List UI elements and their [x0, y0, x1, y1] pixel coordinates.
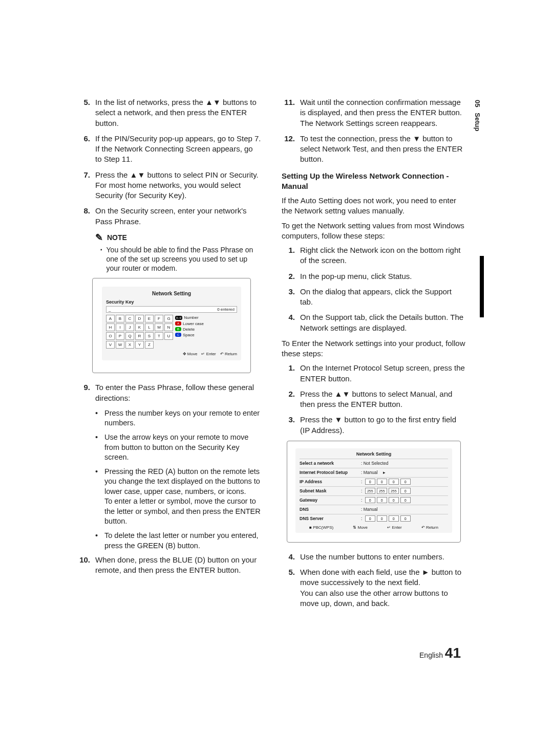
step-8: 8. On the Security screen, enter your ne… [77, 206, 261, 227]
key-k[interactable]: K [135, 323, 144, 331]
return-icon: ↶ [220, 352, 224, 356]
bullet-icon: • [95, 467, 100, 527]
row-dns-server[interactable]: DNS Server : 0 0 0 0 [300, 514, 448, 523]
row-ip-address[interactable]: IP Address : 0 0 0 0 [300, 477, 448, 486]
step-10: 10. When done, press the BLUE (D) button… [77, 555, 261, 576]
key-f[interactable]: F [155, 315, 163, 322]
key-h[interactable]: H [106, 323, 115, 331]
move-icon: ✥ [183, 352, 186, 356]
key-a[interactable]: A [106, 315, 115, 322]
key-e[interactable]: E [145, 315, 154, 322]
fig2-footer: ■ PBC(WPS) ⇅ Move ↵ Enter ↶ Return [300, 525, 448, 530]
step-9: 9. To enter the Pass Phrase, follow thes… [77, 382, 261, 403]
updown-icon: ⇅ [353, 525, 356, 530]
enter-step-3: 3.Press the ▼ button to go to the first … [282, 415, 466, 436]
manual-p1: If the Auto Setting does not work, you n… [282, 196, 466, 217]
step-12: 12. To test the connection, press the ▼ … [282, 134, 466, 165]
chapter-name: Setup [474, 113, 481, 131]
kb-row-4: V W X Y Z [106, 341, 173, 349]
chapter-number: 05 [474, 100, 481, 107]
key-v[interactable]: V [106, 341, 115, 349]
step-9-bullets: •Press the number keys on your remote to… [95, 408, 261, 551]
row-gateway[interactable]: Gateway : 0 0 0 0 [300, 495, 448, 505]
green-b-icon: B [175, 327, 181, 331]
key-j[interactable]: J [125, 323, 134, 331]
key-d[interactable]: D [135, 315, 144, 322]
side-black-bar [480, 256, 484, 317]
step-6: 6. If the PIN/Security pop-up appears, g… [77, 134, 261, 165]
network-setting-screen: Network Setting Select a network : Not S… [287, 441, 461, 543]
key-z[interactable]: Z [145, 341, 154, 349]
page-lang: English [419, 651, 443, 659]
manual-heading: Setting Up the Wireless Network Connecti… [282, 171, 466, 192]
bullet-icon: • [95, 408, 100, 428]
page-footer: English 41 [419, 645, 461, 661]
bullet-icon: • [95, 531, 100, 551]
fig1-footer: ✥ Move ↵ Enter ↶ Return [106, 352, 237, 356]
kb-row-1: A B C D E F G [106, 315, 173, 322]
row-ip-setup[interactable]: Internet Protocol Setup : Manual ▸ [300, 468, 448, 477]
key-o[interactable]: O [106, 332, 115, 340]
enter-step-4: 4.Use the number buttons to enter number… [282, 552, 466, 562]
key-b[interactable]: B [116, 315, 124, 322]
fig1-keylabel: Security Key [106, 299, 237, 305]
left-column: 5. In the list of networks, press the ▲▼… [77, 97, 261, 614]
key-p[interactable]: P [116, 332, 124, 340]
row-dns[interactable]: DNS : Manual [300, 505, 448, 514]
kb-row-2: H I J K L M N [106, 323, 173, 331]
key-u[interactable]: U [164, 332, 173, 340]
key-q[interactable]: Q [125, 332, 134, 340]
note-label: NOTE [107, 233, 127, 242]
right-column: 11. Wait until the connection confirmati… [282, 97, 466, 614]
number-pill-icon: 0~9 [175, 316, 182, 320]
chapter-side-tab: 05 Setup [474, 100, 481, 131]
manual-p3: To Enter the Network settings into your … [282, 338, 466, 359]
bullet-icon: • [95, 433, 100, 463]
enter-icon: ↵ [387, 525, 391, 530]
key-g[interactable]: G [164, 315, 173, 322]
red-a-icon: A [175, 321, 181, 326]
key-i[interactable]: I [116, 323, 124, 331]
return-icon: ↶ [421, 525, 425, 530]
enter-step-5: 5.When done with each field, use the ► b… [282, 567, 466, 609]
onscreen-keyboard: A B C D E F G H I J K [106, 315, 173, 349]
key-t[interactable]: T [155, 332, 163, 340]
step-5: 5. In the list of networks, press the ▲▼… [77, 97, 261, 128]
enter-icon: ↵ [201, 352, 205, 356]
key-c[interactable]: C [125, 315, 134, 322]
security-key-input[interactable]: _ 0 entered [106, 306, 237, 313]
manual-p2: To get the Network setting values from m… [282, 221, 466, 242]
row-select-network[interactable]: Select a network : Not Selected [300, 459, 448, 468]
step-7: 7. Press the ▲▼ buttons to select PIN or… [77, 170, 261, 201]
move-hint: ✥ Move [183, 352, 198, 356]
win-step-2: 2.In the pop-up menu, click Status. [282, 271, 466, 282]
win-step-4: 4.On the Support tab, click the Details … [282, 312, 466, 333]
key-y[interactable]: Y [135, 341, 144, 349]
fig2-title: Network Setting [300, 451, 448, 457]
key-s[interactable]: S [145, 332, 154, 340]
key-x[interactable]: X [125, 341, 134, 349]
key-m[interactable]: M [155, 323, 163, 331]
square-icon: ■ [309, 525, 312, 530]
page-content: 5. In the list of networks, press the ▲▼… [77, 97, 466, 614]
return-hint: ↶ Return [220, 352, 237, 356]
square-bullet-icon: ▪ [100, 245, 102, 273]
key-n[interactable]: N [164, 323, 173, 331]
key-l[interactable]: L [145, 323, 154, 331]
blue-c-icon: C [175, 333, 181, 337]
entered-count: 0 entered [217, 307, 235, 312]
note-icon: ✎ [95, 232, 103, 243]
key-r[interactable]: R [135, 332, 144, 340]
page-number: 41 [445, 645, 461, 661]
step-11: 11. Wait until the connection confirmati… [282, 97, 466, 128]
win-step-3: 3.On the dialog that appears, click the … [282, 287, 466, 308]
right-arrow-icon: ▸ [383, 470, 386, 475]
cursor-icon: _ [109, 307, 111, 312]
fig1-title: Network Setting [106, 291, 237, 296]
keyboard-legend: 0~9Number ALower case BDelete CSpace [175, 315, 204, 338]
row-subnet[interactable]: Subnet Mask : 255 255 255 0 [300, 486, 448, 495]
enter-step-2: 2.Press the ▲▼ buttons to select Manual,… [282, 389, 466, 410]
security-key-screen: Network Setting Security Key _ 0 entered… [92, 278, 251, 373]
key-w[interactable]: W [116, 341, 124, 349]
enter-step-1: 1.On the Internet Protocol Setup screen,… [282, 363, 466, 384]
